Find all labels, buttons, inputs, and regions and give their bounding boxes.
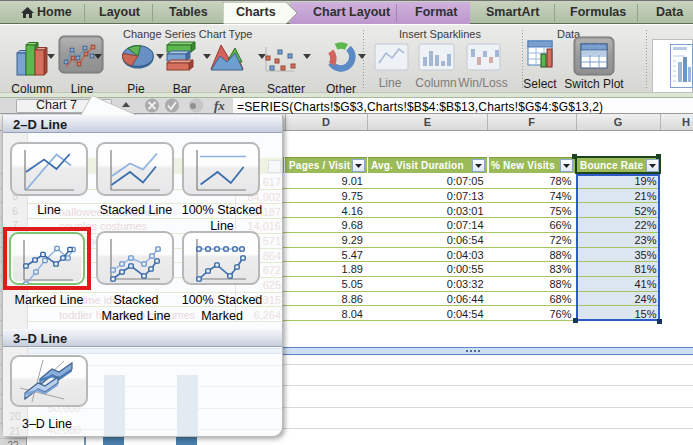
svg-text:fx: fx [214,98,225,113]
